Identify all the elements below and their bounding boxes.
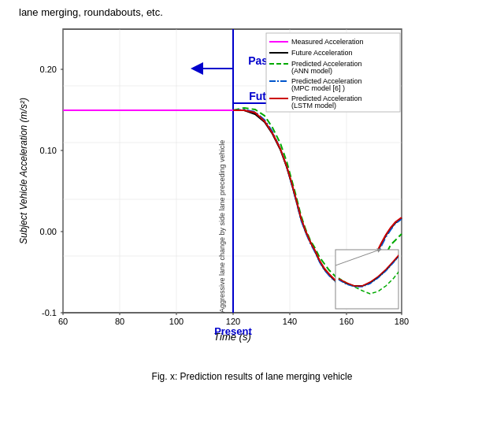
x-tick-180: 180 bbox=[395, 317, 409, 326]
zoom-box bbox=[335, 250, 398, 309]
legend-future-label: Future Acceleration bbox=[291, 49, 353, 57]
chart-wrapper: 0.20 0.10 0.00 -0.1 60 80 100 120 bbox=[16, 21, 488, 368]
y-axis-label: Subject Vehicle Acceleration (m/s²) bbox=[18, 98, 29, 244]
legend-lstm-label2: (LSTM model) bbox=[291, 102, 336, 109]
legend-mpc-label2: (MPC model [6] ) bbox=[291, 84, 345, 92]
y-tick-020: 0.20 bbox=[40, 65, 57, 74]
y-tick-000: 0.00 bbox=[40, 227, 57, 236]
caption: Fig. x: Prediction results of lane mergi… bbox=[152, 371, 353, 382]
y-tick-neg010: -0.1 bbox=[42, 308, 57, 317]
y-tick-010: 0.10 bbox=[40, 146, 57, 155]
legend-ann-label2: (ANN model) bbox=[291, 67, 332, 75]
legend-measured-label: Measured Acceleration bbox=[291, 38, 364, 46]
chart-svg: 0.20 0.10 0.00 -0.1 60 80 100 120 bbox=[16, 21, 488, 368]
present-label: Present bbox=[214, 325, 252, 337]
x-tick-140: 140 bbox=[283, 317, 297, 326]
top-text: lane merging, roundabouts, etc. bbox=[3, 6, 501, 18]
x-tick-160: 160 bbox=[339, 317, 354, 326]
x-tick-60: 60 bbox=[58, 317, 68, 326]
x-tick-80: 80 bbox=[115, 317, 124, 326]
event-label: Aggressive lane change by side lane prec… bbox=[218, 140, 226, 313]
page-container: lane merging, roundabouts, etc. bbox=[0, 0, 504, 423]
x-tick-100: 100 bbox=[169, 317, 183, 326]
